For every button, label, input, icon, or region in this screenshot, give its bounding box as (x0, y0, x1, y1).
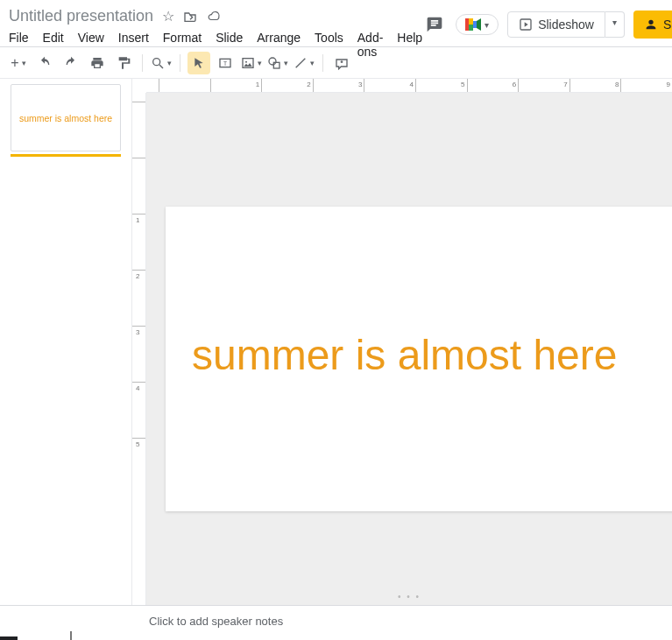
share-button[interactable]: Shar (633, 11, 672, 39)
meet-icon (465, 18, 481, 31)
textbox-button[interactable]: T (214, 52, 237, 74)
svg-marker-4 (477, 18, 481, 31)
chevron-down-icon: ▾ (485, 20, 489, 30)
thumbnail-text: summer is almost here (19, 113, 112, 123)
shape-button[interactable]: ▾ (266, 52, 289, 74)
play-rect-icon (519, 18, 533, 32)
vertical-ruler: 12345 (132, 93, 146, 605)
comment-button[interactable] (330, 52, 353, 74)
person-icon (644, 18, 658, 32)
select-button[interactable] (187, 52, 210, 74)
slideshow-button[interactable]: Slideshow (507, 11, 605, 38)
bottom-left-remnant (0, 624, 88, 640)
share-label: Shar (663, 18, 672, 32)
redo-button[interactable] (60, 52, 82, 74)
svg-rect-3 (473, 21, 477, 28)
cloud-saved-icon[interactable] (206, 11, 222, 23)
svg-point-12 (245, 60, 247, 62)
slide-title-text[interactable]: summer is almost here (192, 331, 617, 379)
line-button[interactable]: ▾ (293, 52, 315, 74)
toolbar: +▾▾T▾▾▾ (0, 47, 672, 79)
filmstrip: summer is almost here (0, 79, 131, 605)
svg-point-13 (269, 58, 276, 65)
svg-rect-0 (465, 18, 469, 31)
svg-text:T: T (223, 60, 227, 66)
menu-addons[interactable]: Add-ons (357, 31, 384, 59)
undo-button[interactable] (33, 52, 56, 74)
svg-line-8 (159, 65, 163, 68)
toolbar-separator (142, 54, 143, 72)
speaker-notes[interactable]: Click to add speaker notes (0, 605, 672, 640)
title-bar: Untitled presentation ☆ File Edit View I… (0, 0, 672, 47)
svg-line-15 (296, 58, 306, 67)
meet-button[interactable]: ▾ (456, 14, 499, 35)
toolbar-separator (180, 54, 180, 72)
slideshow-label: Slideshow (538, 18, 594, 32)
move-icon[interactable] (183, 10, 197, 24)
horizontal-ruler: 123456789 (146, 79, 672, 93)
slideshow-dropdown[interactable]: ▾ (605, 11, 625, 38)
thumbnail-selection-bar (11, 154, 121, 157)
notes-drag-handle[interactable]: • • • (398, 592, 421, 601)
zoom-button[interactable]: ▾ (150, 52, 173, 74)
svg-rect-2 (469, 25, 473, 31)
print-button[interactable] (86, 52, 109, 74)
svg-rect-14 (273, 62, 279, 68)
paint-format-button[interactable] (112, 52, 135, 74)
menu-help[interactable]: Help (397, 31, 422, 59)
toolbar-separator (322, 54, 323, 72)
comments-icon[interactable] (422, 12, 447, 37)
star-icon[interactable]: ☆ (162, 8, 174, 25)
slide-thumbnail-1[interactable]: summer is almost here (11, 84, 121, 151)
svg-point-7 (153, 58, 160, 65)
canvas-area[interactable]: summer is almost here • • • (146, 93, 672, 605)
svg-marker-6 (525, 22, 528, 26)
slide-canvas[interactable]: summer is almost here (166, 207, 672, 511)
svg-rect-1 (469, 18, 473, 25)
new-slide-button[interactable]: +▾ (7, 52, 30, 74)
image-button[interactable]: ▾ (240, 52, 263, 74)
doc-title[interactable]: Untitled presentation (9, 7, 153, 25)
